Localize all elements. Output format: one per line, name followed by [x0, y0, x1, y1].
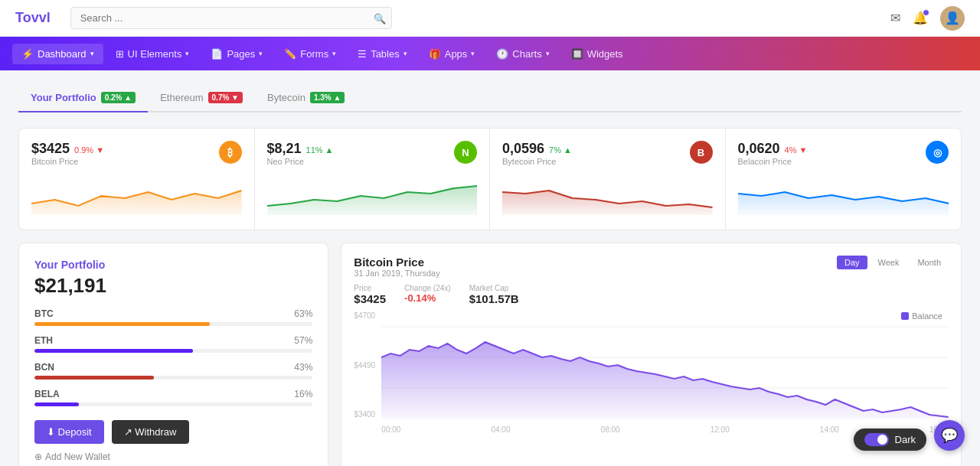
search-icon[interactable]: 🔍	[374, 12, 386, 24]
chart-header: Bitcoin Price 31 Jan 2019, Thursday Day …	[354, 256, 949, 278]
stat-price-label: Price	[354, 284, 386, 292]
asset-row-btc: BTC 63%	[34, 308, 312, 326]
asset-row-bcn: BCN 43%	[34, 362, 312, 380]
chevron-down-icon: ▾	[90, 50, 94, 57]
stat-marketcap: Market Cap $101.57B	[469, 284, 519, 305]
x-label-3: 08:00	[601, 425, 620, 434]
nav-label: Dashboard	[38, 48, 87, 60]
chevron-down-icon: ▾	[185, 50, 189, 57]
toggle-knob	[877, 435, 887, 445]
asset-pct-bcn: 43%	[294, 362, 312, 373]
add-wallet-link[interactable]: ⊕ Add New Wallet	[34, 451, 312, 462]
chat-button[interactable]: 💬	[934, 420, 965, 451]
nav-item-apps[interactable]: 🎁 Apps ▾	[420, 44, 485, 64]
tab-badge-ethereum: 0.7% ▼	[208, 92, 243, 103]
asset-label-bcn: BCN	[34, 362, 54, 373]
bcn-mini-chart	[502, 177, 713, 215]
nav-item-widgets[interactable]: 🔲 Widgets	[562, 44, 632, 64]
tables-icon: ☰	[358, 48, 367, 60]
asset-label-btc: BTC	[34, 308, 54, 319]
chart-title: Bitcoin Price	[354, 256, 439, 269]
nav-item-ui-elements[interactable]: ⊞ UI Elements ▾	[106, 44, 199, 64]
tab-ethereum[interactable]: Ethereum 0.7% ▼	[148, 86, 255, 111]
neo-price-value: $8,21	[267, 141, 302, 157]
chart-date: 31 Jan 2019, Thursday	[354, 269, 439, 278]
nav-label: Charts	[512, 48, 541, 60]
portfolio-amount: $21,191	[34, 274, 312, 298]
asset-pct-bela: 16%	[294, 389, 312, 399]
chart-area: Balance $4700 $4490 $3400	[354, 311, 949, 434]
portfolio-card: Your Portfolio $21,191 BTC 63% ETH 57%	[18, 243, 328, 466]
chart-period-buttons: Day Week Month	[837, 256, 949, 269]
price-card-bela: 0,0620 4% ▼ Belacoin Price ◎	[726, 129, 962, 230]
forms-icon: ✏️	[284, 48, 296, 60]
x-label-4: 12:00	[710, 425, 730, 434]
chevron-down-icon: ▾	[471, 50, 475, 57]
navbar: ⚡ Dashboard ▾ ⊞ UI Elements ▾ 📄 Pages ▾ …	[0, 37, 980, 70]
chat-icon: 💬	[941, 427, 958, 444]
stat-price: Price $3425	[354, 284, 386, 305]
progress-bar-bela	[34, 402, 312, 406]
y-label-2: $4490	[354, 361, 381, 370]
deposit-button[interactable]: ⬇ Deposit	[34, 420, 104, 444]
progress-fill-bcn	[34, 376, 154, 380]
x-label-5: 14:00	[820, 425, 839, 434]
tab-label: Your Portfolio	[31, 92, 96, 103]
asset-label-eth: ETH	[34, 335, 53, 346]
progress-bar-btc	[34, 322, 312, 326]
btc-coin-icon: ₿	[219, 141, 242, 164]
tab-label: Bytecoin	[267, 92, 305, 103]
nav-item-tables[interactable]: ☰ Tables ▾	[348, 44, 416, 64]
notification-icon[interactable]: 🔔	[913, 11, 928, 25]
period-week-button[interactable]: Week	[871, 256, 907, 269]
tab-bytecoin[interactable]: Bytecoin 1.3% ▲	[255, 86, 357, 111]
asset-label-bela: BELA	[34, 389, 60, 399]
mail-icon[interactable]: ✉	[890, 11, 900, 25]
pages-icon: 📄	[211, 48, 223, 60]
bela-coin-icon: ◎	[926, 141, 949, 164]
bcn-coin-icon: B	[690, 141, 713, 164]
dark-mode-toggle[interactable]: Dark	[854, 429, 926, 451]
nav-label: Pages	[227, 48, 255, 60]
btc-mini-chart	[31, 177, 242, 215]
topbar: Tovvl 🔍 ✉ 🔔 👤	[0, 0, 980, 37]
btc-price-value: $3425	[31, 141, 70, 157]
portfolio-card-title: Your Portfolio	[34, 259, 312, 271]
asset-row-eth: ETH 57%	[34, 335, 312, 353]
neo-price-label: Neo Price	[267, 157, 334, 166]
asset-pct-eth: 57%	[294, 335, 312, 346]
chevron-down-icon: ▾	[259, 50, 263, 57]
progress-fill-bela	[34, 402, 79, 406]
nav-label: Tables	[371, 48, 400, 60]
chart-y-labels: $4700 $4490 $3400	[354, 311, 381, 419]
period-month-button[interactable]: Month	[910, 256, 949, 269]
search-input[interactable]	[70, 7, 392, 29]
neo-price-change: 11% ▲	[306, 145, 334, 155]
nav-item-dashboard[interactable]: ⚡ Dashboard ▾	[12, 44, 103, 64]
bcn-price-label: Bytecoin Price	[502, 157, 572, 166]
tab-label: Ethereum	[160, 92, 203, 103]
avatar[interactable]: 👤	[940, 6, 965, 31]
y-label-3: $3400	[354, 410, 381, 419]
tab-your-portfolio[interactable]: Your Portfolio 0.2% ▲	[18, 86, 148, 112]
card-actions: ⬇ Deposit ↗ Withdraw	[34, 420, 312, 444]
progress-fill-eth	[34, 349, 193, 353]
progress-bar-eth	[34, 349, 312, 353]
withdraw-button[interactable]: ↗ Withdraw	[112, 420, 189, 444]
period-day-button[interactable]: Day	[837, 256, 867, 269]
nav-label: Apps	[445, 48, 468, 60]
chevron-down-icon: ▾	[546, 50, 550, 57]
nav-item-forms[interactable]: ✏️ Forms ▾	[275, 44, 345, 64]
price-card-neo: $8,21 11% ▲ Neo Price N	[255, 129, 491, 230]
apps-icon: 🎁	[429, 48, 441, 60]
bela-mini-chart	[738, 177, 949, 215]
dark-label: Dark	[895, 434, 916, 445]
nav-item-charts[interactable]: 🕐 Charts ▾	[487, 44, 558, 64]
price-cards-row: $3425 0.9% ▼ Bitcoin Price ₿ $8,21 1	[18, 128, 962, 230]
asset-pct-btc: 63%	[294, 308, 312, 319]
stat-price-value: $3425	[354, 292, 386, 305]
chart-stats: Price $3425 Change (24x) -0.14% Market C…	[354, 284, 949, 305]
nav-label: Forms	[300, 48, 328, 60]
search-wrap: 🔍	[70, 7, 392, 29]
nav-item-pages[interactable]: 📄 Pages ▾	[201, 44, 272, 64]
